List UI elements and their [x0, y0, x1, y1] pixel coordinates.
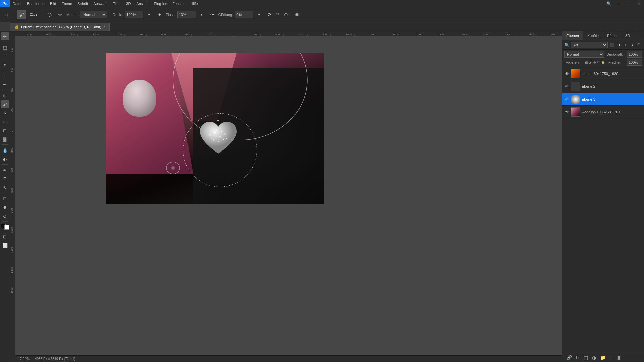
- menu-3d[interactable]: 3D: [123, 0, 133, 7]
- brush-preset-button[interactable]: ⬡: [45, 10, 54, 19]
- adjust-icon[interactable]: ◑: [616, 42, 622, 48]
- link-layers-btn[interactable]: 🔗: [565, 355, 573, 360]
- rect-shape-tool[interactable]: □: [1, 194, 9, 202]
- fluss-options-btn[interactable]: ▼: [197, 10, 206, 19]
- layer-row-wedding[interactable]: 👁 wedding-1083258_1920: [562, 106, 644, 118]
- menu-auswahl[interactable]: Auswahl: [91, 0, 110, 7]
- maximize-button[interactable]: □: [624, 0, 634, 7]
- screen-mode-tool[interactable]: ⬜: [1, 241, 9, 249]
- fluss-label: Fluss:: [166, 13, 175, 17]
- crop-tool[interactable]: ⊹: [1, 72, 9, 80]
- select-tool[interactable]: ⬚: [1, 43, 9, 51]
- menu-bearbeiten[interactable]: Bearbeiten: [24, 0, 47, 7]
- layer-fx-btn[interactable]: fx: [575, 355, 581, 360]
- zoom-tool[interactable]: ⊙: [1, 212, 9, 220]
- brush-options-button[interactable]: ✏: [56, 10, 65, 19]
- glattung-options-btn[interactable]: ▼: [254, 10, 264, 19]
- ruler-left: 800 600 400 200 0 200 400 600 800 1000 1…: [10, 36, 15, 362]
- pen-tool[interactable]: ✒: [1, 166, 9, 174]
- menu-fenster[interactable]: Fenster: [170, 0, 187, 7]
- lock-position-icon[interactable]: ✛: [593, 61, 596, 64]
- group-btn[interactable]: 📁: [599, 355, 607, 360]
- hand-tool[interactable]: ☻: [1, 203, 9, 211]
- heal-tool[interactable]: ⊕: [1, 92, 9, 100]
- flaeche-input[interactable]: [627, 59, 642, 66]
- menu-bild[interactable]: Bild: [47, 0, 59, 7]
- lock-image-icon[interactable]: 🖌: [589, 61, 592, 64]
- layer-eye-ebene2[interactable]: 👁: [564, 84, 570, 89]
- home-tool-button[interactable]: ⌂: [2, 10, 11, 19]
- pixel-icon[interactable]: ⬛: [609, 42, 615, 48]
- dodge-tool[interactable]: ◐: [1, 155, 9, 163]
- deck-input[interactable]: [125, 11, 143, 18]
- deckkraft-input[interactable]: [627, 51, 642, 58]
- new-layer-btn[interactable]: +: [608, 355, 614, 360]
- glattung-label: Glättung:: [218, 13, 233, 17]
- deck-options-btn[interactable]: ▼: [144, 10, 154, 19]
- menu-schrift[interactable]: Schrift: [75, 0, 91, 7]
- blend-mode-select[interactable]: Normal: [564, 51, 604, 58]
- magic-select-tool[interactable]: ✦: [1, 61, 9, 69]
- add-mask-btn[interactable]: ⬚: [582, 355, 589, 360]
- menu-hilfe[interactable]: Hilfe: [187, 0, 200, 7]
- layer-row-ebene3[interactable]: 👁 Ebene 3: [562, 93, 644, 106]
- text-icon-panel[interactable]: T: [623, 42, 629, 48]
- path-select-tool[interactable]: ↖: [1, 183, 9, 191]
- lock-all-icon[interactable]: 🔒: [601, 61, 605, 64]
- lock-transparent-icon[interactable]: ▦: [585, 61, 588, 64]
- brush-tool[interactable]: 🖌: [1, 100, 9, 108]
- shape-icon[interactable]: ▲: [629, 42, 635, 48]
- adjustment-btn[interactable]: ◑: [591, 355, 597, 360]
- tool-sep-3: [2, 90, 8, 90]
- fluss-group: Fluss: ▼: [166, 10, 206, 19]
- tool-sep-4: [2, 144, 8, 145]
- menu-datei[interactable]: Datei: [10, 0, 24, 7]
- document-tab[interactable]: 🔒 Leucht Effekt.psdc bei 17,2% (Ebene 3,…: [10, 23, 110, 31]
- modus-select[interactable]: Normal: [80, 11, 107, 18]
- eyedrop-tool[interactable]: ✒: [1, 80, 9, 88]
- menu-ebene[interactable]: Ebene: [59, 0, 75, 7]
- move-tool[interactable]: ✛: [1, 32, 9, 40]
- pressure-icon[interactable]: ⊕: [281, 10, 291, 19]
- glattung-input[interactable]: [235, 11, 253, 18]
- art-select[interactable]: Art: [571, 42, 608, 48]
- smart-icon[interactable]: ⬡: [636, 42, 642, 48]
- tab-ebenen[interactable]: Ebenen: [562, 31, 583, 40]
- eraser-tool[interactable]: ◻: [1, 126, 9, 134]
- tab-3d[interactable]: 3D: [621, 31, 634, 40]
- minimize-button[interactable]: ─: [614, 0, 624, 7]
- text-tool[interactable]: T: [1, 175, 9, 183]
- fluss-input[interactable]: [177, 11, 196, 18]
- search-icon[interactable]: 🔍: [604, 0, 614, 7]
- lock-artboard-icon[interactable]: ⬚: [597, 61, 600, 64]
- lasso-tool[interactable]: ⌒: [1, 52, 9, 60]
- panel-tabs: Ebenen Kanäle Pfade 3D: [562, 31, 644, 40]
- layer-row-sunset[interactable]: 👁 sunset-6041750_1920: [562, 67, 644, 80]
- tool-sep-5: [2, 164, 8, 165]
- layer-row-ebene2[interactable]: 👁 Ebene 2: [562, 80, 644, 93]
- menu-plugins[interactable]: Plug-ins: [151, 0, 170, 7]
- deckkraft-label: Deckkraft:: [606, 52, 625, 56]
- delete-layer-btn[interactable]: 🗑: [615, 355, 623, 360]
- history-brush-tool[interactable]: ↩: [1, 118, 9, 126]
- background-color[interactable]: [4, 225, 9, 230]
- close-button[interactable]: ✕: [634, 0, 644, 7]
- canvas-viewport[interactable]: 17,24% 4936 Px x 3319 Px (72 ppi): [15, 36, 562, 362]
- clone-tool[interactable]: ⎘: [1, 109, 9, 117]
- tab-close-button[interactable]: ×: [103, 25, 105, 29]
- symmetry-icon[interactable]: ⊗: [292, 10, 302, 19]
- svg-text:1600: 1600: [416, 33, 422, 36]
- layer-eye-wedding[interactable]: 👁: [564, 109, 570, 115]
- menu-ansicht[interactable]: Ansicht: [133, 0, 151, 7]
- tab-kanale[interactable]: Kanäle: [583, 31, 603, 40]
- quick-mask-tool[interactable]: ⊡: [1, 233, 9, 241]
- brush-tool-button[interactable]: 🖌: [17, 10, 26, 19]
- menu-filter[interactable]: Filter: [110, 0, 123, 7]
- brush-size-button[interactable]: 2162: [28, 10, 39, 19]
- gradient-tool[interactable]: ▓: [1, 135, 9, 143]
- svg-text:1200: 1200: [93, 33, 99, 36]
- blur-tool[interactable]: 💧: [1, 146, 9, 154]
- layer-eye-sunset[interactable]: 👁: [564, 71, 570, 76]
- layer-eye-ebene3[interactable]: 👁: [564, 97, 570, 102]
- tab-pfade[interactable]: Pfade: [603, 31, 621, 40]
